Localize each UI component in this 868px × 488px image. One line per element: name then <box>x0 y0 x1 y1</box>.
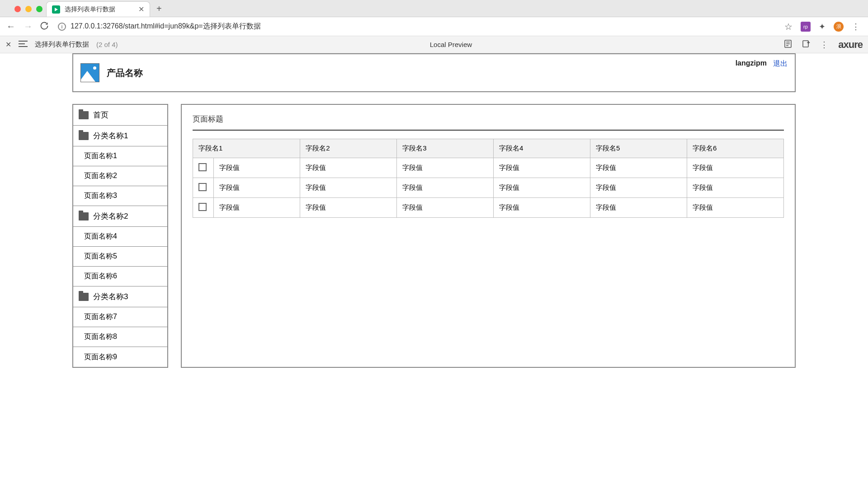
sidebar-item-page-7[interactable]: 页面名称7 <box>73 307 167 327</box>
folder-icon <box>79 212 89 221</box>
table-cell: 字段值 <box>590 198 687 218</box>
axure-page-name: 选择列表单行数据 <box>35 40 89 49</box>
axure-center-label: Local Preview <box>125 41 777 48</box>
axure-notes-icon[interactable] <box>784 40 792 50</box>
table-row[interactable]: 字段值 字段值 字段值 字段值 字段值 字段值 <box>193 198 784 218</box>
table-cell: 字段值 <box>397 158 494 178</box>
window-controls <box>11 6 46 17</box>
table-row[interactable]: 字段值 字段值 字段值 字段值 字段值 字段值 <box>193 158 784 178</box>
bookmark-star-icon[interactable]: ☆ <box>784 21 793 32</box>
table-header-cell: 字段名4 <box>494 139 590 158</box>
sidebar-item-label: 页面名称9 <box>84 352 117 362</box>
browser-tab[interactable]: 选择列表单行数据 ✕ <box>46 1 150 17</box>
table-header-cell: 字段名5 <box>590 139 687 158</box>
tab-title: 选择列表单行数据 <box>65 5 115 14</box>
table-cell: 字段值 <box>397 198 494 218</box>
table-header-cell: 字段名2 <box>300 139 397 158</box>
sidebar-item-label: 页面名称2 <box>84 171 117 181</box>
table-cell: 字段值 <box>687 178 783 198</box>
sidebar-item-page-4[interactable]: 页面名称4 <box>73 227 167 247</box>
sidebar-item-label: 分类名称3 <box>93 291 128 302</box>
svg-marker-0 <box>55 8 58 11</box>
table-cell: 字段值 <box>687 158 783 178</box>
main-panel: 页面标题 字段名1 字段名2 字段名3 字段名4 字段名5 字段名6 字段值 字… <box>181 104 796 368</box>
new-tab-button[interactable]: + <box>150 4 168 17</box>
url-text: 127.0.0.1:32768/start.html#id=jun89k&p=选… <box>71 22 261 31</box>
sidebar-item-label: 页面名称7 <box>84 312 117 322</box>
product-header: 产品名称 langzipm 退出 <box>72 53 796 92</box>
axure-page-count: (2 of 4) <box>96 41 118 48</box>
tab-favicon-icon <box>52 5 60 14</box>
sidebar-item-label: 页面名称3 <box>84 191 117 201</box>
axure-export-icon[interactable] <box>802 40 810 50</box>
sidebar-item-category-2[interactable]: 分类名称2 <box>73 206 167 227</box>
sidebar-item-label: 首页 <box>93 110 108 120</box>
axure-logo: axure <box>838 39 863 51</box>
sidebar-item-page-6[interactable]: 页面名称6 <box>73 267 167 286</box>
table-cell: 字段值 <box>494 158 590 178</box>
sidebar-item-page-1[interactable]: 页面名称1 <box>73 146 167 166</box>
row-checkbox[interactable] <box>198 163 207 171</box>
table-cell: 字段值 <box>214 178 300 198</box>
sidebar-item-label: 页面名称5 <box>84 252 117 261</box>
sidebar-item-label: 分类名称1 <box>93 131 128 141</box>
product-logo-icon <box>80 63 99 82</box>
username-label: langzipm <box>736 59 767 67</box>
table-row[interactable]: 字段值 字段值 字段值 字段值 字段值 字段值 <box>193 178 784 198</box>
table-cell: 字段值 <box>590 158 687 178</box>
svg-rect-8 <box>803 41 808 47</box>
sidebar-item-category-3[interactable]: 分类名称3 <box>73 286 167 307</box>
sidebar-item-label: 分类名称2 <box>93 211 128 221</box>
data-table: 字段名1 字段名2 字段名3 字段名4 字段名5 字段名6 字段值 字段值 字段… <box>193 139 784 218</box>
sidebar-item-page-8[interactable]: 页面名称8 <box>73 327 167 347</box>
sidebar-item-page-5[interactable]: 页面名称5 <box>73 247 167 267</box>
sidebar-item-label: 页面名称4 <box>84 232 117 241</box>
sidebar-item-label: 页面名称6 <box>84 272 117 281</box>
axure-more-icon[interactable]: ⋮ <box>820 40 828 50</box>
axure-preview-bar: ✕ 选择列表单行数据 (2 of 4) Local Preview ⋮ axur… <box>0 36 868 53</box>
browser-toolbar: ← → i 127.0.0.1:32768/start.html#id=jun8… <box>0 17 868 36</box>
row-checkbox[interactable] <box>198 203 207 211</box>
url-bar[interactable]: i 127.0.0.1:32768/start.html#id=jun89k&p… <box>55 22 778 31</box>
browser-menu-icon[interactable]: ⋮ <box>852 22 860 32</box>
table-cell: 字段值 <box>687 198 783 218</box>
table-header-cell: 字段名6 <box>687 139 783 158</box>
tab-close-icon[interactable]: ✕ <box>138 5 144 14</box>
extension-rp-icon[interactable]: rp <box>801 22 811 32</box>
browser-tab-bar: 选择列表单行数据 ✕ + <box>0 0 868 17</box>
nav-back-icon[interactable]: ← <box>5 21 16 32</box>
axure-close-icon[interactable]: ✕ <box>5 40 11 49</box>
window-minimize-icon[interactable] <box>25 6 32 12</box>
table-header-row: 字段名1 字段名2 字段名3 字段名4 字段名5 字段名6 <box>193 139 784 158</box>
sidebar-item-label: 页面名称8 <box>84 332 117 342</box>
sidebar: 首页 分类名称1 页面名称1 页面名称2 页面名称3 分类名称2 页面名称4 页… <box>72 104 168 368</box>
table-cell: 字段值 <box>214 158 300 178</box>
axure-menu-icon[interactable] <box>19 40 28 49</box>
table-cell: 字段值 <box>494 198 590 218</box>
table-cell: 字段值 <box>300 198 397 218</box>
sidebar-item-home[interactable]: 首页 <box>73 105 167 126</box>
table-cell: 字段值 <box>590 178 687 198</box>
window-close-icon[interactable] <box>14 6 21 12</box>
logout-link[interactable]: 退出 <box>773 59 788 69</box>
folder-icon <box>79 293 89 301</box>
extensions-icon[interactable]: ✦ <box>819 22 826 32</box>
window-maximize-icon[interactable] <box>36 6 42 12</box>
sidebar-item-page-3[interactable]: 页面名称3 <box>73 186 167 206</box>
table-cell: 字段值 <box>300 158 397 178</box>
row-checkbox[interactable] <box>198 183 207 191</box>
table-cell: 字段值 <box>300 178 397 198</box>
folder-icon <box>79 132 89 140</box>
sidebar-item-page-2[interactable]: 页面名称2 <box>73 166 167 186</box>
table-header-cell: 字段名1 <box>193 139 300 158</box>
site-info-icon[interactable]: i <box>58 23 66 31</box>
nav-forward-icon[interactable]: → <box>23 21 33 32</box>
panel-title: 页面标题 <box>193 114 784 131</box>
folder-icon <box>79 111 89 119</box>
sidebar-item-category-1[interactable]: 分类名称1 <box>73 126 167 146</box>
sidebar-item-label: 页面名称1 <box>84 151 117 161</box>
profile-avatar-icon[interactable]: 浪 <box>834 22 844 32</box>
reload-icon[interactable] <box>40 21 49 32</box>
sidebar-item-page-9[interactable]: 页面名称9 <box>73 347 167 367</box>
table-cell: 字段值 <box>397 178 494 198</box>
